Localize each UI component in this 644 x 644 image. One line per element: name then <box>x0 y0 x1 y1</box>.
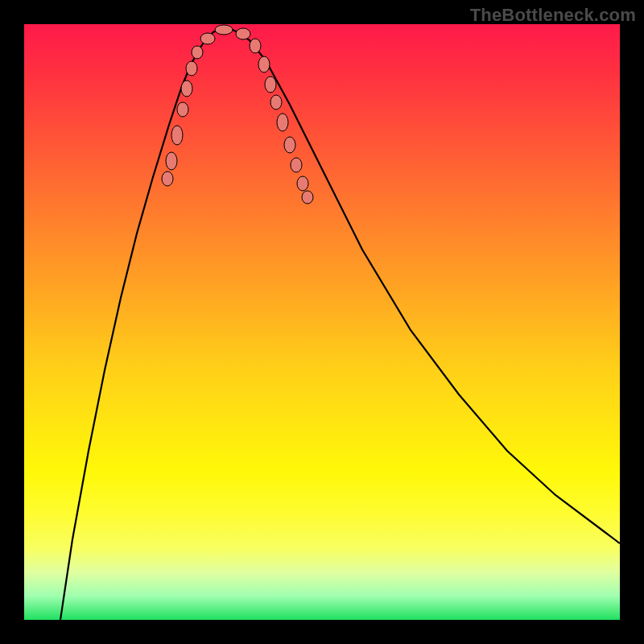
curve-marker <box>162 171 173 186</box>
curve-marker <box>186 61 197 76</box>
curve-marker <box>277 114 288 131</box>
curve-marker <box>192 46 203 59</box>
curve-marker <box>265 76 276 93</box>
curve-marker <box>171 126 183 145</box>
curve-marker <box>270 95 282 109</box>
curve-marker <box>177 102 188 117</box>
curve-marker <box>236 28 250 39</box>
curve-marker <box>258 56 270 72</box>
plot-area <box>24 24 620 620</box>
curve-marker <box>297 176 308 191</box>
curve-marker <box>166 152 177 170</box>
curve-marker <box>302 191 313 204</box>
curve-marker <box>284 137 295 153</box>
curve-marker <box>215 25 233 35</box>
chart-container: TheBottleneck.com <box>0 0 644 644</box>
bottleneck-curve <box>60 28 620 620</box>
curve-markers <box>162 25 313 204</box>
curve-svg <box>24 24 620 620</box>
curve-marker <box>181 80 192 97</box>
curve-marker <box>291 158 302 172</box>
curve-marker <box>200 33 215 44</box>
watermark-text: TheBottleneck.com <box>470 5 636 26</box>
curve-marker <box>250 39 261 53</box>
